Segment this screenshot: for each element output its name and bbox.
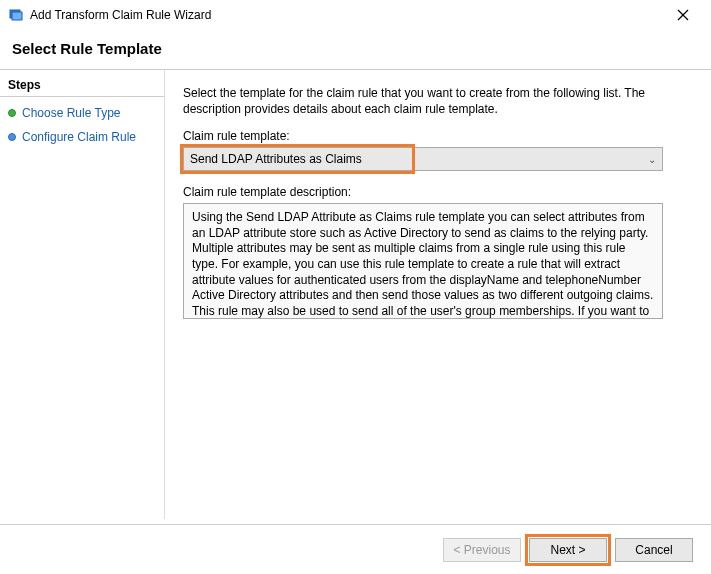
step-bullet-current-icon xyxy=(8,133,16,141)
step-choose-rule-type[interactable]: Choose Rule Type xyxy=(0,101,164,125)
intro-text: Select the template for the claim rule t… xyxy=(183,86,693,117)
page-heading: Select Rule Template xyxy=(12,40,699,57)
template-label: Claim rule template: xyxy=(183,129,693,143)
steps-sidebar: Steps Choose Rule Type Configure Claim R… xyxy=(0,70,165,519)
template-description: Using the Send LDAP Attribute as Claims … xyxy=(183,203,663,319)
step-label: Choose Rule Type xyxy=(22,106,121,120)
button-bar: < Previous Next > Cancel xyxy=(0,524,711,574)
step-bullet-done-icon xyxy=(8,109,16,117)
title-bar: Add Transform Claim Rule Wizard xyxy=(0,0,711,30)
close-button[interactable] xyxy=(663,1,703,29)
app-icon xyxy=(8,7,24,23)
claim-rule-template-dropdown[interactable]: Send LDAP Attributes as Claims ⌄ xyxy=(183,147,663,171)
content-pane: Select the template for the claim rule t… xyxy=(165,70,711,519)
page-heading-area: Select Rule Template xyxy=(0,30,711,69)
previous-button: < Previous xyxy=(443,538,521,562)
dropdown-selected-value: Send LDAP Attributes as Claims xyxy=(190,152,362,166)
next-button-wrap: Next > xyxy=(529,538,607,562)
cancel-button-label: Cancel xyxy=(635,543,672,557)
steps-header: Steps xyxy=(0,74,164,97)
template-dropdown-wrap: Send LDAP Attributes as Claims ⌄ xyxy=(183,147,663,171)
step-configure-claim-rule[interactable]: Configure Claim Rule xyxy=(0,125,164,149)
window-title: Add Transform Claim Rule Wizard xyxy=(30,8,663,22)
main-content: Steps Choose Rule Type Configure Claim R… xyxy=(0,69,711,519)
cancel-button[interactable]: Cancel xyxy=(615,538,693,562)
step-label: Configure Claim Rule xyxy=(22,130,136,144)
next-button-label: Next > xyxy=(550,543,585,557)
next-button[interactable]: Next > xyxy=(529,538,607,562)
chevron-down-icon: ⌄ xyxy=(648,154,656,165)
description-label: Claim rule template description: xyxy=(183,185,693,199)
svg-rect-1 xyxy=(12,12,22,20)
close-icon xyxy=(677,9,689,21)
previous-button-label: < Previous xyxy=(453,543,510,557)
